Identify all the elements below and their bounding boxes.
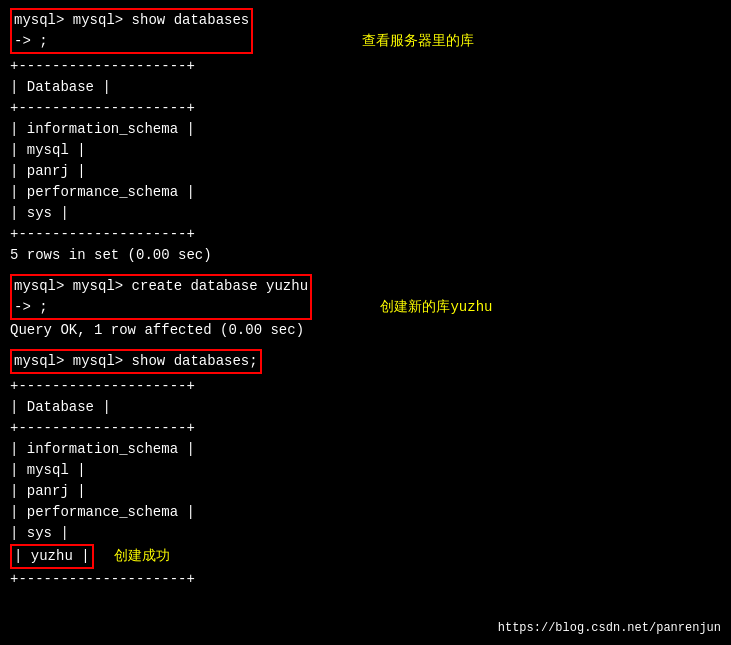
- prompt-continue-2: ->: [14, 299, 39, 315]
- table-header-1: | Database |: [10, 77, 721, 98]
- result-1: 5 rows in set (0.00 sec): [10, 245, 721, 266]
- table-top-2: +--------------------+: [10, 376, 721, 397]
- table-divider-2: +--------------------+: [10, 418, 721, 439]
- prompt-continue-1: ->: [14, 33, 39, 49]
- table-header-2: | Database |: [10, 397, 721, 418]
- table-row-2-4: | performance_schema |: [10, 502, 721, 523]
- prompt-1: mysql>: [14, 12, 73, 28]
- annotation-1: 查看服务器里的库: [362, 33, 474, 49]
- prompt-3: mysql>: [14, 353, 73, 369]
- section-create-database: mysql> mysql> create database yuzhu -> ;…: [10, 274, 721, 341]
- result-2: Query OK, 1 row affected (0.00 sec): [10, 320, 721, 341]
- table-row-2-6: | yuzhu | 创建成功: [10, 544, 721, 569]
- table-2: +--------------------+ | Database | +---…: [10, 376, 721, 590]
- table-row-1-4: | performance_schema |: [10, 182, 721, 203]
- annotation-2: 创建新的库yuzhu: [380, 299, 492, 315]
- cmd-show-databases-1: mysql> show databases: [73, 12, 249, 28]
- watermark: https://blog.csdn.net/panrenjun: [498, 619, 721, 637]
- terminal: mysql> mysql> show databases -> ; 查看服务器里…: [10, 8, 721, 590]
- cmd-show-databases-2: mysql> show databases;: [73, 353, 258, 369]
- table-bottom-1: +--------------------+: [10, 224, 721, 245]
- table-row-1-2: | mysql |: [10, 140, 721, 161]
- table-top-1: +--------------------+: [10, 56, 721, 77]
- cmd-semicolon-2: ;: [39, 299, 47, 315]
- prompt-2: mysql>: [14, 278, 73, 294]
- table-row-1-3: | panrj |: [10, 161, 721, 182]
- table-row-1-1: | information_schema |: [10, 119, 721, 140]
- section-show-databases-1: mysql> mysql> show databases -> ; 查看服务器里…: [10, 8, 721, 266]
- table-bottom-2: +--------------------+: [10, 569, 721, 590]
- table-row-2-3: | panrj |: [10, 481, 721, 502]
- cmd-semicolon-1: ;: [39, 33, 47, 49]
- yuzhu-annotation: 创建成功: [114, 546, 170, 567]
- table-row-1-5: | sys |: [10, 203, 721, 224]
- section-show-databases-2: mysql> mysql> show databases; +---------…: [10, 349, 721, 590]
- table-row-2-5: | sys |: [10, 523, 721, 544]
- table-row-2-1: | information_schema |: [10, 439, 721, 460]
- table-row-2-2: | mysql |: [10, 460, 721, 481]
- cmd-create-database: mysql> create database yuzhu: [73, 278, 308, 294]
- table-1: +--------------------+ | Database | +---…: [10, 56, 721, 245]
- table-divider-1: +--------------------+: [10, 98, 721, 119]
